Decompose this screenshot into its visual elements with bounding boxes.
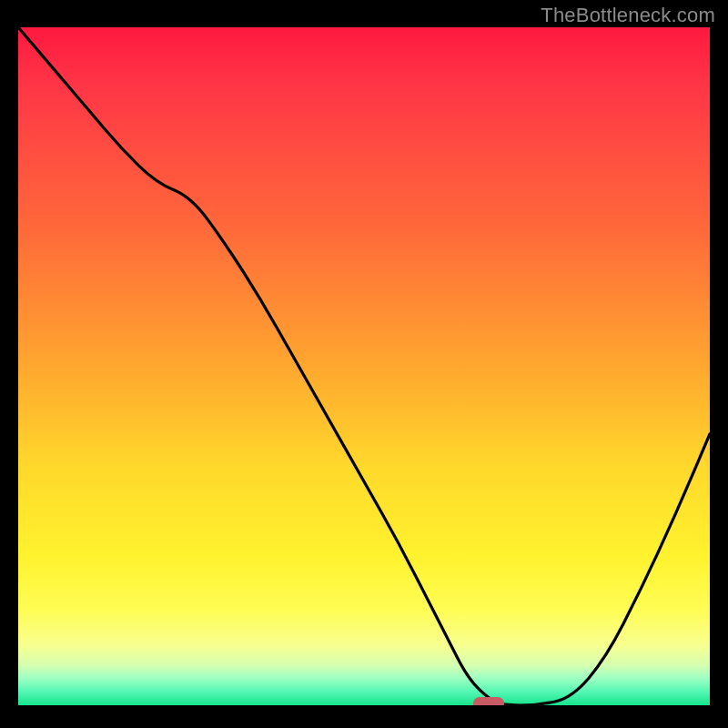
plot-area bbox=[18, 27, 710, 705]
optimal-marker bbox=[473, 697, 504, 705]
bottleneck-curve bbox=[18, 27, 710, 705]
attribution-text: TheBottleneck.com bbox=[541, 4, 715, 27]
chart-frame: TheBottleneck.com bbox=[0, 0, 728, 728]
